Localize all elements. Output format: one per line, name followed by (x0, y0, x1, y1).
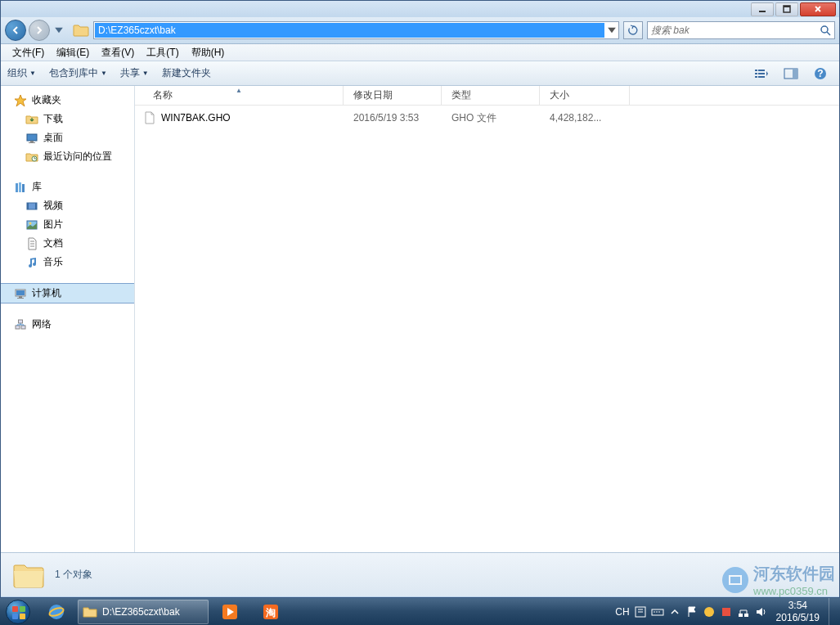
new-folder-button[interactable]: 新建文件夹 (162, 66, 211, 80)
organize-button[interactable]: 组织▼ (7, 66, 36, 80)
svg-rect-18 (16, 183, 18, 192)
menu-help[interactable]: 帮助(H) (186, 44, 230, 61)
file-name: WIN7BAK.GHO (161, 112, 353, 124)
recent-icon (25, 151, 38, 164)
keyboard-icon[interactable] (651, 605, 664, 618)
minimize-button[interactable] (751, 2, 774, 16)
tray-app2-icon[interactable] (720, 605, 733, 618)
svg-rect-48 (722, 608, 730, 616)
address-bar[interactable] (93, 21, 619, 39)
svg-rect-4 (755, 70, 757, 71)
menu-file[interactable]: 文件(F) (7, 44, 49, 61)
clock-time: 3:54 (776, 600, 820, 611)
taskbar: D:\EZ365czxt\bak 淘 CH 3:54 2016/5/19 (0, 598, 840, 625)
svg-point-25 (29, 222, 32, 224)
sidebar-item-music[interactable]: 音乐 (1, 253, 134, 272)
include-library-button[interactable]: 包含到库中▼ (49, 66, 107, 80)
maximize-button[interactable] (775, 2, 798, 16)
file-date: 2016/5/19 3:53 (353, 112, 451, 124)
forward-button[interactable] (29, 20, 50, 41)
sidebar-item-videos[interactable]: 视频 (1, 196, 134, 215)
tray-app-icon[interactable] (703, 605, 716, 618)
svg-rect-43 (652, 609, 663, 615)
volume-icon[interactable] (754, 605, 767, 618)
svg-rect-7 (758, 73, 765, 74)
navigation-pane: 收藏夹 下载 桌面 最近访问的位置 库 (1, 86, 135, 552)
preview-pane-button[interactable] (779, 65, 803, 83)
sidebar-item-pictures[interactable]: 图片 (1, 215, 134, 234)
svg-rect-32 (19, 320, 23, 323)
close-button[interactable] (800, 2, 836, 16)
taskbar-explorer[interactable]: D:\EZ365czxt\bak (78, 600, 209, 624)
file-row[interactable]: WIN7BAK.GHO 2016/5/19 3:53 GHO 文件 4,428,… (135, 109, 839, 127)
svg-rect-35 (12, 614, 18, 619)
search-input[interactable] (651, 25, 820, 36)
column-headers: ▲名称 修改日期 类型 大小 (135, 86, 839, 106)
column-size[interactable]: 大小 (540, 86, 630, 105)
network-tray-icon[interactable] (737, 605, 750, 618)
taskbar-taobao[interactable]: 淘 (251, 600, 290, 624)
tray-expand-icon[interactable] (668, 605, 681, 618)
svg-point-44 (654, 611, 655, 613)
svg-rect-28 (19, 296, 22, 298)
menu-edit[interactable]: 编辑(E) (52, 44, 94, 61)
address-input[interactable] (95, 23, 604, 38)
column-date[interactable]: 修改日期 (344, 86, 442, 105)
desktop-icon (25, 132, 38, 145)
share-button[interactable]: 共享▼ (120, 66, 149, 80)
star-icon (14, 94, 27, 107)
file-list-pane: ▲名称 修改日期 类型 大小 WIN7BAK.GHO 2016/5/19 3:5… (135, 86, 839, 552)
sidebar-computer[interactable]: 计算机 (1, 283, 134, 304)
svg-rect-16 (29, 142, 35, 143)
clock[interactable]: 3:54 2016/5/19 (771, 600, 824, 623)
start-button[interactable] (0, 598, 36, 625)
svg-text:?: ? (817, 68, 823, 79)
refresh-icon (627, 25, 639, 36)
column-name[interactable]: ▲名称 (135, 86, 344, 105)
svg-text:淘: 淘 (265, 607, 276, 618)
sidebar-network[interactable]: 网络 (1, 315, 134, 334)
svg-rect-33 (12, 606, 18, 612)
sidebar-item-documents[interactable]: 文档 (1, 234, 134, 253)
sidebar-item-recent[interactable]: 最近访问的位置 (1, 147, 134, 166)
explorer-window: 文件(F) 编辑(E) 查看(V) 工具(T) 帮助(H) 组织▼ 包含到库中▼… (0, 0, 840, 598)
ime-tool-icon[interactable] (634, 605, 647, 618)
svg-rect-2 (784, 6, 790, 7)
refresh-button[interactable] (623, 21, 643, 39)
command-toolbar: 组织▼ 包含到库中▼ 共享▼ 新建文件夹 ? (1, 61, 839, 86)
libraries-icon (14, 181, 27, 194)
ie-icon (47, 603, 65, 621)
svg-rect-20 (22, 184, 25, 192)
sidebar-item-desktop[interactable]: 桌面 (1, 128, 134, 147)
folder-large-icon (12, 561, 45, 589)
computer-icon (14, 287, 27, 300)
view-options-button[interactable] (749, 65, 774, 83)
back-button[interactable] (5, 20, 26, 41)
media-icon (221, 603, 239, 621)
sidebar-item-downloads[interactable]: 下载 (1, 110, 134, 128)
help-button[interactable]: ? (808, 65, 833, 83)
menu-view[interactable]: 查看(V) (97, 44, 139, 61)
menu-tools[interactable]: 工具(T) (141, 44, 183, 61)
folder-icon (25, 113, 38, 126)
svg-rect-19 (19, 182, 21, 192)
file-list[interactable]: WIN7BAK.GHO 2016/5/19 3:53 GHO 文件 4,428,… (135, 106, 839, 552)
search-icon[interactable] (820, 25, 831, 36)
address-dropdown-icon[interactable] (605, 22, 618, 38)
taskbar-app-title: D:\EZ365czxt\bak (102, 606, 180, 618)
column-type[interactable]: 类型 (442, 86, 540, 105)
taskbar-media[interactable] (210, 600, 249, 624)
details-pane: 1 个对象 (1, 552, 839, 596)
documents-icon (25, 237, 38, 250)
folder-icon (83, 605, 97, 618)
taskbar-ie[interactable] (37, 600, 76, 624)
show-desktop-button[interactable] (829, 598, 837, 625)
sidebar-favorites[interactable]: 收藏夹 (1, 91, 134, 110)
ime-indicator[interactable]: CH (615, 606, 629, 618)
search-box[interactable] (647, 21, 835, 39)
svg-rect-34 (20, 606, 25, 612)
file-size: 4,428,182... (550, 112, 640, 124)
history-dropdown-icon[interactable] (52, 22, 65, 38)
flag-icon[interactable] (685, 605, 699, 618)
sidebar-libraries[interactable]: 库 (1, 178, 134, 196)
